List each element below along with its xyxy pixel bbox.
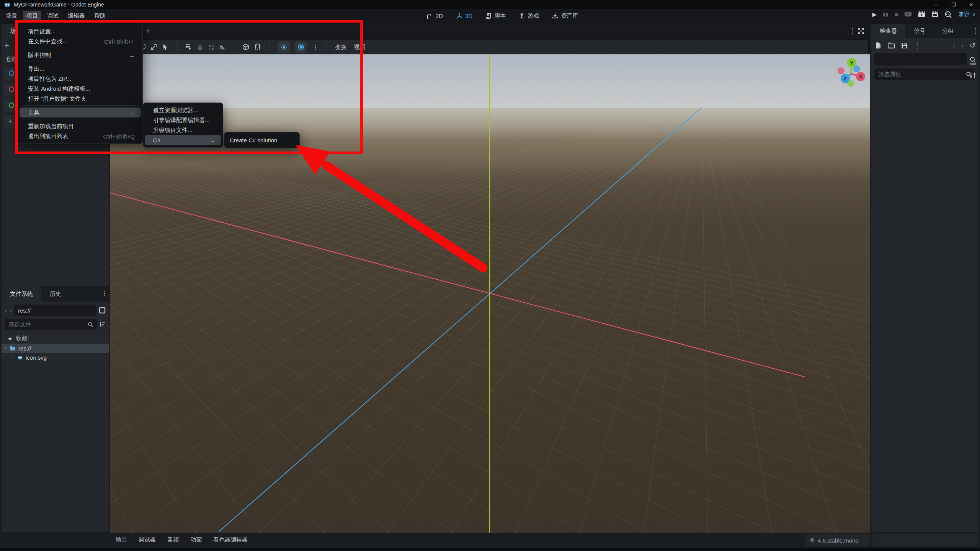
filter-properties-input[interactable]: 筛选属性 (874, 68, 975, 80)
menubar-help[interactable]: 帮助 (91, 11, 109, 21)
new-resource-icon[interactable] (875, 42, 882, 49)
menu-quit-to-project-list[interactable]: 退出到项目列表Ctrl+Shift+Q (18, 131, 142, 141)
tab-assetlib[interactable]: 资产库 (548, 11, 582, 21)
play-button[interactable]: ▶ (872, 11, 877, 18)
menu-version-control[interactable]: 版本控制→ (18, 50, 142, 60)
script-icon (485, 13, 492, 19)
view-options-menu-icon[interactable]: ⋮ (312, 43, 318, 51)
viewport-3d[interactable]: YXZ (110, 54, 870, 533)
tab-3d[interactable]: 3D (452, 11, 476, 21)
snap-magnet-icon[interactable] (254, 44, 261, 51)
menubar-scene[interactable]: 场景 (2, 11, 21, 21)
split-view-icon[interactable] (99, 307, 106, 314)
godot-file-icon (17, 355, 23, 360)
menubar-editor[interactable]: 编辑器 (64, 11, 88, 21)
nav-back-icon[interactable]: ‹ (5, 306, 7, 315)
menu-open-user-data-folder[interactable]: 打开 “用户数据” 文件夹 (18, 94, 142, 104)
tab-history[interactable]: 历史 (41, 286, 70, 302)
tab-signals[interactable]: 信号 (905, 24, 934, 38)
bottom-bar: 输出 调试器 音频 动画 着色器编辑器 4.6.stable.mono (0, 533, 980, 548)
submenu-arrow-icon: → (129, 109, 135, 116)
menu-separator (18, 104, 142, 108)
panel-output[interactable]: 输出 (112, 534, 131, 546)
tab-groups[interactable]: 分组 (934, 24, 962, 38)
panel-audio[interactable]: 音频 (163, 534, 183, 546)
add-node-button[interactable]: + (5, 41, 9, 50)
doc-search-icon[interactable]: DOC (969, 57, 977, 66)
panel-animation[interactable]: 动画 (186, 534, 206, 546)
project-menu-popup: 项目设置... 在文件中查找...Ctrl+Shift+F 版本控制→ 导出..… (18, 24, 143, 144)
list-select-icon[interactable] (185, 44, 192, 51)
new-scene-tab-button[interactable]: + (145, 26, 150, 36)
minimize-button[interactable]: ─ (927, 0, 945, 9)
tree-indent-guide (11, 352, 15, 358)
menu-orphan-resource-explorer[interactable]: 孤立资源浏览器... (143, 105, 223, 115)
menu-engine-compile-config[interactable]: 引擎编译配置编辑器... (143, 115, 223, 125)
load-resource-folder-icon[interactable] (888, 42, 895, 49)
preview-sun-toggle[interactable] (278, 41, 290, 53)
group-icon[interactable] (208, 44, 214, 51)
submenu-arrow-icon: → (129, 52, 135, 59)
menubar-debug[interactable]: 调试 (44, 11, 62, 21)
tree-row-iconsvg[interactable]: icon.svg (2, 353, 109, 362)
path-field[interactable]: res:// (14, 305, 96, 316)
filter-files-input[interactable]: 筛选文件 (5, 319, 97, 330)
menu-find-in-files[interactable]: 在文件中查找...Ctrl+Shift+F (18, 36, 142, 46)
lock-icon[interactable] (197, 44, 203, 51)
download-icon (552, 13, 558, 19)
scene-tabs-menu-icon[interactable]: ⋮ (849, 27, 856, 35)
inspector-dock-menu-icon[interactable]: ⋮ (972, 27, 979, 35)
play-remote-icon[interactable] (904, 11, 912, 18)
ruler-mode-icon[interactable] (219, 44, 226, 51)
maximize-button[interactable]: ❐ (945, 0, 962, 9)
history-forward-icon[interactable]: › (961, 42, 964, 50)
select-mode-icon[interactable] (162, 44, 168, 51)
3d-scene-icon (8, 86, 15, 93)
nav-forward-icon[interactable]: › (9, 306, 11, 315)
status-progress-box (872, 534, 978, 546)
menu-install-android-template[interactable]: 安装 Android 构建模板... (18, 84, 142, 94)
pause-button[interactable]: ▮▮ (883, 12, 889, 17)
tab-2d[interactable]: 2D (423, 11, 447, 21)
menu-upgrade-project-files[interactable]: 升级项目文件... (143, 125, 223, 135)
renderer-selector[interactable]: 兼容 ∨ (958, 11, 975, 18)
inspector-settings-sliders-icon[interactable] (969, 72, 976, 79)
version-box[interactable]: 4.6.stable.mono (806, 534, 870, 546)
sort-icon[interactable] (100, 321, 106, 328)
resource-extra-menu-icon[interactable]: ⋮ (914, 42, 920, 50)
menu-pack-zip[interactable]: 项目打包为 ZIP... (18, 74, 142, 84)
menu-separator (18, 46, 142, 50)
preview-environment-toggle[interactable] (295, 41, 307, 53)
menubar-project[interactable]: 项目 (23, 11, 41, 21)
history-back-icon[interactable]: ‹ (953, 42, 955, 50)
filesystem-menu-icon[interactable]: ⋮ (101, 289, 108, 297)
tab-script[interactable]: 脚本 (482, 11, 510, 21)
menu-csharp[interactable]: C#→ (145, 135, 221, 145)
local-space-icon[interactable] (242, 44, 249, 51)
filesystem-panel: ‹ › res:// 筛选文件 ★ 收藏: ▾ res:// (2, 302, 109, 532)
panel-shader-editor[interactable]: 着色器编辑器 (209, 534, 252, 546)
play-custom-scene-icon[interactable] (931, 11, 939, 18)
panel-debugger[interactable]: 调试器 (135, 534, 160, 546)
transform-menu[interactable]: 变换 (335, 44, 346, 51)
tree-row-res[interactable]: ▾ res:// (2, 344, 109, 353)
edit-history-icon[interactable]: ↺ (970, 41, 975, 50)
menu-reload-project[interactable]: 重新加载当前项目 (18, 121, 142, 131)
2d-scene-icon (8, 70, 15, 77)
distraction-free-icon[interactable] (858, 28, 864, 34)
scale-mode-icon[interactable] (150, 44, 157, 51)
play-scene-icon[interactable] (918, 11, 925, 18)
menu-create-csharp-solution[interactable]: Create C# solution (224, 135, 299, 145)
close-button[interactable]: ✕ (962, 0, 980, 9)
menu-project-settings[interactable]: 项目设置... (18, 26, 142, 36)
movie-maker-icon[interactable] (945, 11, 952, 18)
menu-export[interactable]: 导出... (18, 64, 142, 74)
tab-filesystem[interactable]: 文件系统 (2, 286, 41, 302)
menu-tools[interactable]: 工具→ (20, 108, 141, 117)
save-resource-icon[interactable] (901, 42, 908, 49)
tab-inspector[interactable]: 检查器 (871, 24, 905, 38)
tab-game[interactable]: 游戏 (515, 11, 543, 21)
stop-button[interactable]: ■ (895, 11, 898, 18)
window-title: MyGFrameworkGame - Godot Engine (14, 2, 104, 8)
view-menu[interactable]: 视图 (354, 44, 365, 51)
